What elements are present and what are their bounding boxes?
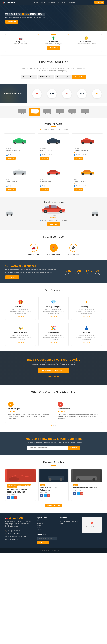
car-type-pickup[interactable]: Pick Up <box>67 108 78 116</box>
testimonial-avatar-0: K <box>8 402 14 407</box>
googleplus-icon-1[interactable]: g+ <box>47 494 50 497</box>
book-now-button[interactable]: Book Now <box>47 46 60 50</box>
testimonial-stars-0: ★★★★★ <box>8 410 49 412</box>
call-button[interactable]: Call Us Now (+56) 000-000-300 <box>38 368 69 372</box>
footer-link-about[interactable]: About Us <box>37 522 43 524</box>
view-all-articles-button[interactable]: View All Articles <box>45 504 62 507</box>
service-link-0[interactable]: Read More <box>17 316 24 317</box>
nav-cars[interactable]: Cars <box>40 2 43 3</box>
step-choose-icon: 🚗 <box>30 244 38 252</box>
experience-learn-button[interactable]: Learn More <box>5 276 19 279</box>
facebook-icon-2[interactable]: f <box>73 492 76 495</box>
nav-gallery[interactable]: Gallery <box>62 2 66 3</box>
twitter-icon-0[interactable]: t <box>11 496 14 499</box>
subscribe-title: You Can Follow Us By E Mail! Subscribe <box>5 437 102 440</box>
car-price-1: $180/day <box>40 147 67 150</box>
view-car-button-4[interactable]: Book Now <box>40 188 49 191</box>
brand-logo-mazda[interactable]: M <box>32 89 42 98</box>
car-type-cabrio[interactable]: Cabrio <box>29 108 40 116</box>
nav-pages[interactable]: Pages <box>51 2 55 3</box>
car-type-select[interactable]: Select Car Type <box>21 75 37 79</box>
testimonial-card-1: K Kristin Sharpina ★★★★★ Lorem ipsum dol… <box>55 399 102 423</box>
car-type-classic[interactable]: Classic Car <box>42 108 53 116</box>
nav-cta-button[interactable]: Book Now <box>94 1 104 4</box>
tab-suv[interactable]: SUV <box>58 128 62 131</box>
step-choose: 🚗 Choose A Car <box>28 244 39 255</box>
brand-logo-renault[interactable]: R <box>92 89 101 98</box>
article-body-1: CARS Best Practices For Car Maintenance … <box>39 482 69 499</box>
pickup-select[interactable]: Pick Up Rangil <box>38 75 54 79</box>
view-car-button-1[interactable]: Book Now <box>40 157 49 160</box>
social-icons-2: f t g+ <box>73 492 100 495</box>
nav-dot-1[interactable] <box>53 426 54 426</box>
service-link-5[interactable]: Read More <box>83 342 90 343</box>
search-button[interactable]: Search Now <box>72 75 86 79</box>
view-car-button-2[interactable]: Book Now <box>74 157 83 160</box>
car-type-sedan[interactable]: Sedan <box>17 108 28 116</box>
car-price-3: $180/day <box>6 178 33 181</box>
car-type-van[interactable]: Van <box>54 108 65 116</box>
article-body-2: CARS Top Luxury Cars You Must Rent 08 MA… <box>71 482 101 496</box>
view-car-button-5[interactable]: Book Now <box>74 188 83 191</box>
experience-title: 15+ Years of Experience <box>5 264 60 268</box>
popular-cars-title: Popular Cars <box>4 122 103 125</box>
contact-now-button[interactable]: Contact Us Now <box>45 374 62 378</box>
first-class-center: First-Class Car Rental $180/day ★★★★☆ 👤 … <box>19 201 88 226</box>
tab-economy[interactable]: Economy <box>43 128 49 131</box>
brands-dark-panel: Search By Brands <box>0 84 27 103</box>
footer-newsletter-input[interactable] <box>37 537 57 540</box>
testimonials-nav <box>5 426 102 426</box>
service-icon-2: ✈ <box>74 300 99 304</box>
article-tag-1: CARS <box>40 484 45 486</box>
step-drive: 🛣 Enjoy Driving <box>68 244 79 255</box>
facebook-icon-1[interactable]: f <box>40 494 43 497</box>
subscribe-email-input[interactable] <box>27 446 68 450</box>
brand-logo-bmw[interactable]: BMW <box>77 89 86 98</box>
brand-logo-nissan[interactable]: N <box>62 89 72 98</box>
twitter-icon-1[interactable]: t <box>44 494 47 497</box>
service-desc-0: Lorem ipsum dolor sit amet consectetur a… <box>8 308 33 315</box>
googleplus-icon-0[interactable]: g+ <box>14 496 17 499</box>
footer-phone-2: 📞(+56) 000-000-200 <box>5 533 35 534</box>
footer-link-contact[interactable]: Contact <box>37 529 43 531</box>
testimonials-section: What Our Clients Say About Us. K Kristin… <box>0 385 107 432</box>
hero-cta-button[interactable]: Book Now <box>5 20 18 24</box>
tab-luxury[interactable]: Luxury <box>51 128 56 131</box>
car-type-suv[interactable]: SUV <box>79 108 90 116</box>
service-link-3[interactable]: Read More <box>17 342 24 343</box>
nav-dot-2[interactable] <box>55 426 56 426</box>
service-link-2[interactable]: Read More <box>83 316 90 317</box>
service-link-1[interactable]: Read More <box>50 316 57 317</box>
nav-dot-0[interactable] <box>51 426 52 426</box>
twitter-icon-2[interactable]: t <box>77 492 80 495</box>
googleplus-icon-2[interactable]: g+ <box>80 492 83 495</box>
first-class-book-button[interactable]: Book Now <box>47 222 60 226</box>
footer-bottom: © 2020 Car Rental. All Rights Reserved. <box>0 548 107 553</box>
car-card-2: $180/day Chevrolet Luxury Car ★★★★☆ 👤 4⚙… <box>72 134 103 162</box>
footer-email-2: ✉info@gmail.com <box>5 538 35 540</box>
service-icon-5: 👗 <box>74 326 99 330</box>
stat-car-brands: 20 Car Brands <box>75 269 83 275</box>
service-link-4[interactable]: Read More <box>50 342 57 343</box>
footer-link-blog[interactable]: Blog <box>37 527 40 528</box>
nav-contact[interactable]: Contact Us <box>68 2 75 3</box>
return-select[interactable]: Return At Rangil <box>55 75 72 79</box>
view-car-button-3[interactable]: Book Now <box>6 188 16 191</box>
view-car-button-0[interactable]: Book Now <box>6 157 16 160</box>
footer-newsletter-button[interactable]: Subscribe <box>37 541 49 544</box>
nav-blog[interactable]: Blog <box>57 2 60 3</box>
tab-all[interactable]: All <box>39 128 41 131</box>
service-desc-1: Lorem ipsum dolor sit amet consectetur a… <box>41 308 66 315</box>
svg-point-59 <box>92 478 95 481</box>
nav-booking[interactable]: Booking <box>44 2 50 3</box>
facebook-icon-0[interactable]: f <box>7 496 10 499</box>
footer-link-cars[interactable]: Cars <box>37 524 41 526</box>
tab-sedan[interactable]: Sedan <box>64 128 68 131</box>
footer-brand: 🚗 Car Car Rental <box>5 517 35 519</box>
nav-home[interactable]: Home <box>34 2 38 3</box>
brand-logo-vw[interactable]: VW <box>47 89 57 98</box>
service-icon-1: 💎 <box>41 300 66 304</box>
stat-happy-clients-label: Happy Clients <box>64 273 73 275</box>
footer-link-home[interactable]: Home <box>37 520 41 522</box>
subscribe-button[interactable]: Subscribe <box>68 446 80 450</box>
